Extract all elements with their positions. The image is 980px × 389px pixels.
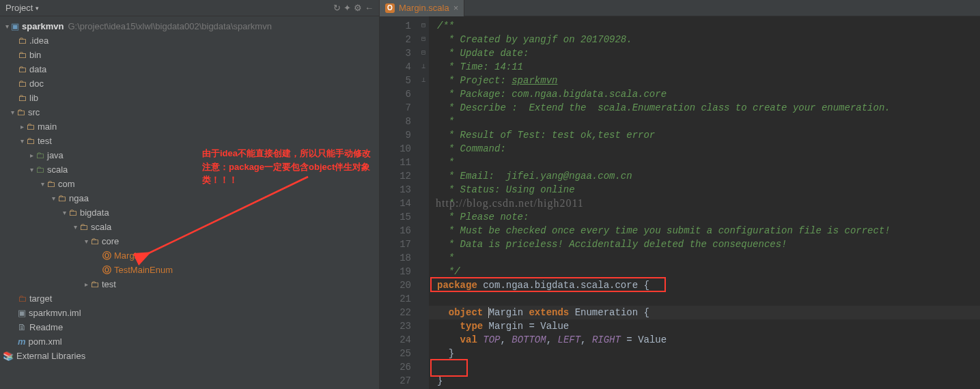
- tree-item-testmainenum[interactable]: Ⓞ TestMainEnum: [0, 263, 379, 277]
- code-text: * Must be checked once every time you su…: [437, 225, 891, 236]
- fold-end-icon[interactable]: ⊥: [418, 60, 429, 74]
- code-text: * Command:: [437, 143, 506, 154]
- tree-item-ngaa[interactable]: ▾ 🗀 ngaa: [0, 191, 379, 205]
- expand-icon[interactable]: ▸: [18, 123, 26, 130]
- expand-icon[interactable]: ▾: [49, 194, 57, 202]
- hide-icon[interactable]: ←: [365, 3, 374, 13]
- item-label: doc: [29, 78, 44, 89]
- expand-icon[interactable]: ▾: [18, 137, 26, 145]
- collapse-icon[interactable]: ✦: [344, 3, 351, 13]
- code-text: extends: [529, 307, 569, 318]
- expand-icon[interactable]: ▾: [60, 209, 68, 216]
- item-label: com: [58, 179, 75, 189]
- tree-item-iml[interactable]: ▣ sparkmvn.iml: [0, 306, 379, 320]
- tab-margin-scala[interactable]: O Margin.scala ×: [380, 0, 464, 16]
- expand-icon[interactable]: ▾: [3, 23, 11, 30]
- dropdown-icon: ▾: [36, 5, 39, 12]
- tree-item-idea[interactable]: 🗀 .idea: [0, 33, 379, 48]
- tree-item-scala2[interactable]: ▾ 🗀 scala: [0, 220, 379, 234]
- expand-icon[interactable]: ▸: [27, 152, 36, 159]
- expand-icon[interactable]: ▾: [71, 223, 79, 231]
- refresh-icon[interactable]: ↻: [333, 3, 341, 13]
- editor-panel: O Margin.scala × 123456789 1011121314151…: [380, 0, 980, 389]
- package-icon: 🗀: [57, 193, 66, 203]
- folder-icon: 🗀: [18, 35, 27, 46]
- tree-item-external[interactable]: 📚 External Libraries: [0, 349, 379, 363]
- tab-label: Margin.scala: [399, 3, 449, 13]
- file-icon: ▣: [18, 308, 26, 318]
- module-icon: ▣: [11, 21, 19, 31]
- scala-object-icon: Ⓞ: [102, 250, 111, 262]
- tree-item-doc[interactable]: 🗀 doc: [0, 76, 379, 91]
- fold-icon[interactable]: ⊟: [418, 19, 429, 33]
- code-editor[interactable]: 123456789 1011121314151617 1819202122232…: [380, 16, 980, 389]
- root-label: sparkmvn: [22, 21, 64, 31]
- tree-item-pom[interactable]: m pom.xml: [0, 334, 379, 349]
- tree-item-test2[interactable]: ▸ 🗀 test: [0, 277, 379, 291]
- item-label: Readme: [29, 322, 63, 332]
- item-label: data: [29, 64, 46, 74]
- fold-icon[interactable]: ⊟: [418, 46, 429, 60]
- fold-end-icon[interactable]: ⊥: [418, 74, 429, 87]
- tree-item-bin[interactable]: 🗀 bin: [0, 48, 379, 62]
- code-text: /**: [437, 20, 454, 31]
- expand-icon[interactable]: ▾: [82, 237, 90, 245]
- tree-item-core[interactable]: ▾ 🗀 core: [0, 234, 379, 248]
- code-text: TOP: [477, 334, 501, 345]
- code-area[interactable]: /** * Created by yangjf on 20170928. * U…: [429, 16, 980, 389]
- item-label: pom.xml: [29, 336, 62, 347]
- code-text: }: [437, 348, 454, 359]
- tree-item-main[interactable]: ▸ 🗀 main: [0, 119, 379, 134]
- tree-item-target[interactable]: 🗀 target: [0, 291, 379, 306]
- tree-item-margin[interactable]: Ⓞ Margin: [0, 248, 379, 263]
- code-text: type: [460, 321, 484, 332]
- code-text: package: [437, 280, 477, 291]
- code-text: * Result of Test: test ok,test error: [437, 130, 655, 141]
- code-text: }: [437, 375, 443, 386]
- code-text: * Data is priceless! Accidentally delete…: [437, 239, 787, 250]
- folder-icon: 🗀: [26, 136, 35, 146]
- close-icon[interactable]: ×: [453, 3, 459, 13]
- code-text: Enumeration {: [569, 307, 649, 318]
- package-icon: 🗀: [46, 179, 55, 189]
- code-text: * Status: Using online: [437, 184, 575, 195]
- gear-icon[interactable]: ⚙: [354, 3, 362, 13]
- item-label: src: [28, 107, 40, 117]
- tree-item-bigdata[interactable]: ▾ 🗀 bigdata: [0, 205, 379, 220]
- watermark-text: http://blog.csdn.net/high2011: [436, 197, 584, 210]
- panel-title-wrap[interactable]: Project ▾: [5, 3, 39, 13]
- item-label: bigdata: [80, 207, 109, 218]
- folder-icon: 🗀: [16, 107, 25, 117]
- code-text: * Describe : Extend the scala.Enumeratio…: [437, 102, 891, 113]
- package-icon: 🗀: [90, 236, 99, 246]
- item-label: scala: [47, 164, 68, 175]
- fold-gutter: ⊟ ⊟ ⊟ ⊥ ⊥: [418, 16, 429, 389]
- item-label: target: [29, 293, 52, 304]
- folder-icon: 🗀: [18, 78, 27, 89]
- tree-item-test[interactable]: ▾ 🗀 test: [0, 134, 379, 148]
- code-text: Margin: [483, 307, 529, 318]
- code-text: val: [460, 334, 477, 345]
- folder-icon: 🗀: [26, 121, 35, 132]
- tree-root[interactable]: ▾ ▣ sparkmvn G:\project\idea15\xlwl\bigd…: [0, 19, 379, 33]
- line-gutter: 123456789 1011121314151617 1819202122232…: [380, 16, 418, 389]
- item-label: main: [38, 121, 57, 132]
- expand-icon[interactable]: ▸: [82, 280, 90, 288]
- expand-icon[interactable]: ▾: [27, 166, 36, 173]
- tree-item-readme[interactable]: 🗎 Readme: [0, 320, 379, 334]
- expand-icon[interactable]: ▾: [8, 109, 16, 116]
- code-text: * Update date:: [437, 48, 529, 59]
- code-text: com.ngaa.bigdata.scala.core {: [477, 280, 649, 291]
- code-text: *: [437, 116, 454, 127]
- tree-item-data[interactable]: 🗀 data: [0, 62, 379, 76]
- item-label: java: [47, 150, 64, 160]
- code-text: * Package: com.ngaa.bigdata.scala.core: [437, 89, 667, 100]
- tree-item-lib[interactable]: 🗀 lib: [0, 91, 379, 105]
- expand-icon[interactable]: ▾: [38, 180, 46, 188]
- project-tree[interactable]: ▾ ▣ sparkmvn G:\project\idea15\xlwl\bigd…: [0, 16, 379, 389]
- tree-item-src[interactable]: ▾ 🗀 src: [0, 105, 379, 119]
- code-text: = Value: [621, 334, 667, 345]
- fold-icon[interactable]: ⊟: [418, 33, 429, 46]
- code-text: ,: [500, 334, 512, 345]
- package-icon: 🗀: [79, 222, 88, 232]
